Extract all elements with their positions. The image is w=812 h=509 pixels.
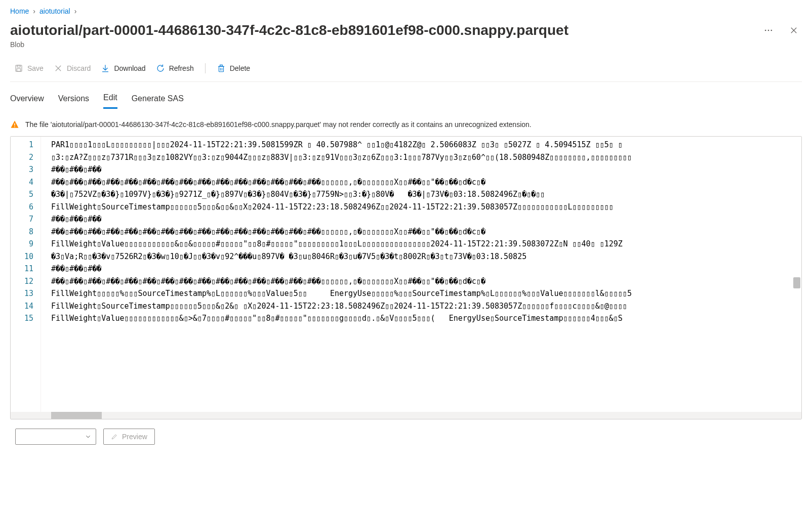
breadcrumb: Home › aiotutorial › bbox=[10, 0, 802, 18]
line-number: 15 bbox=[11, 312, 33, 325]
download-icon bbox=[101, 64, 110, 73]
code-line[interactable]: �3�|▯752VZ▯�3�}▯1097V}▯�3�}▯9271Z_▯�}▯89… bbox=[51, 188, 801, 201]
save-icon bbox=[14, 64, 23, 73]
discard-button: Discard bbox=[50, 62, 95, 75]
code-line[interactable]: #��▯#��▯#��▯#��▯#��▯#��▯#��▯#��▯#��▯#��▯… bbox=[51, 275, 801, 288]
tab-generate-sas[interactable]: Generate SAS bbox=[132, 92, 184, 108]
line-number: 3 bbox=[11, 163, 33, 176]
code-line[interactable]: #��▯#��▯#�� bbox=[51, 163, 801, 176]
code-line[interactable]: PAR1▯▯▯▯1▯▯▯L▯▯▯▯▯▯▯▯▯|▯▯▯2024-11-15T22:… bbox=[51, 139, 801, 151]
line-number: 11 bbox=[11, 263, 33, 275]
code-line[interactable]: FillWeight▯Value▯▯▯▯▯▯▯▯▯▯▯&▯▯&▯▯▯▯▯#▯▯▯… bbox=[51, 238, 801, 250]
code-line[interactable]: FillWeight▯SourceTimestamp▯▯▯▯▯▯5▯▯▯&▯▯&… bbox=[51, 201, 801, 214]
delete-label: Delete bbox=[230, 64, 250, 72]
language-select[interactable] bbox=[15, 429, 96, 445]
code-line[interactable]: #��▯#��▯#��▯#��▯#��▯#��▯#��▯#��▯#��▯#��▯… bbox=[51, 176, 801, 189]
tab-strip: Overview Versions Edit Generate SAS bbox=[10, 91, 802, 109]
warning-text: The file 'aiotutorial/part-00001-4468613… bbox=[25, 120, 532, 129]
svg-point-1 bbox=[768, 30, 769, 31]
save-button: Save bbox=[10, 62, 48, 75]
chevron-right-icon: › bbox=[74, 7, 77, 15]
minimap-thumb[interactable] bbox=[793, 277, 800, 288]
svg-rect-6 bbox=[17, 65, 20, 67]
warning-icon bbox=[10, 120, 19, 129]
svg-rect-16 bbox=[220, 65, 222, 66]
close-icon bbox=[54, 64, 63, 73]
code-line[interactable]: FillWeight▯Value▯▯▯▯▯▯▯▯▯▯▯▯&▯>&▯7▯▯▯▯#▯… bbox=[51, 312, 801, 325]
code-line[interactable]: FillWeight▯SourceTimestamp▯▯▯▯▯▯5▯▯▯&▯2&… bbox=[51, 300, 801, 313]
svg-rect-12 bbox=[219, 66, 223, 72]
line-number: 9 bbox=[11, 238, 33, 250]
line-number: 13 bbox=[11, 287, 33, 300]
download-button[interactable]: Download bbox=[97, 62, 149, 75]
resource-type-label: Blob bbox=[10, 40, 802, 49]
chevron-down-icon bbox=[85, 433, 92, 440]
code-editor[interactable]: 123456789101112131415 PAR1▯▯▯▯1▯▯▯L▯▯▯▯▯… bbox=[10, 136, 802, 419]
code-line[interactable]: ▯3:▯zA?Z▯▯▯z▯7371R▯▯▯3▯z▯1082VY▯▯3:▯z▯90… bbox=[51, 151, 801, 164]
line-number-gutter: 123456789101112131415 bbox=[11, 137, 41, 412]
breadcrumb-container[interactable]: aiotutorial bbox=[39, 7, 70, 15]
save-label: Save bbox=[27, 64, 44, 72]
line-number: 1 bbox=[11, 139, 33, 151]
tab-overview[interactable]: Overview bbox=[10, 92, 44, 108]
code-line[interactable]: FillWeight▯▯▯▯▯%▯▯▯SourceTimestamp%▯L▯▯▯… bbox=[51, 287, 801, 300]
pencil-icon bbox=[111, 433, 118, 440]
code-line[interactable]: #��▯#��▯#�� bbox=[51, 213, 801, 226]
svg-rect-7 bbox=[17, 68, 21, 71]
svg-point-0 bbox=[765, 30, 766, 31]
chevron-right-icon: › bbox=[33, 7, 35, 15]
delete-button[interactable]: Delete bbox=[213, 62, 254, 75]
preview-label: Preview bbox=[122, 433, 147, 441]
line-number: 8 bbox=[11, 226, 33, 238]
line-number: 7 bbox=[11, 213, 33, 226]
footer-bar: Preview bbox=[10, 419, 802, 445]
refresh-label: Refresh bbox=[169, 64, 194, 72]
more-actions-button[interactable] bbox=[760, 22, 777, 38]
line-number: 2 bbox=[11, 151, 33, 164]
line-number: 4 bbox=[11, 176, 33, 189]
code-line[interactable]: #��▯#��▯#��▯#��▯#��▯#��▯#��▯#��▯#��▯#��▯… bbox=[51, 226, 801, 238]
line-number: 5 bbox=[11, 188, 33, 201]
line-number: 6 bbox=[11, 201, 33, 214]
svg-point-2 bbox=[771, 30, 773, 31]
refresh-button[interactable]: Refresh bbox=[152, 62, 198, 75]
download-label: Download bbox=[114, 64, 145, 72]
code-line[interactable]: �3▯Va;R▯▯�3�v▯7526R2▯�3�w▯10▯�J▯▯�3�v▯92… bbox=[51, 250, 801, 263]
svg-rect-17 bbox=[14, 123, 15, 126]
warning-banner: The file 'aiotutorial/part-00001-4468613… bbox=[10, 120, 802, 129]
toolbar: Save Discard Download Refresh Delete bbox=[10, 60, 802, 82]
code-content[interactable]: PAR1▯▯▯▯1▯▯▯L▯▯▯▯▯▯▯▯▯|▯▯▯2024-11-15T22:… bbox=[41, 137, 801, 412]
breadcrumb-home[interactable]: Home bbox=[10, 7, 29, 15]
line-number: 14 bbox=[11, 300, 33, 313]
toolbar-separator bbox=[205, 63, 206, 73]
page-title: aiotutorial/part-00001-44686130-347f-4c2… bbox=[10, 21, 569, 39]
line-number: 10 bbox=[11, 250, 33, 263]
discard-label: Discard bbox=[67, 64, 91, 72]
preview-button: Preview bbox=[103, 429, 155, 445]
close-icon[interactable] bbox=[786, 22, 802, 38]
refresh-icon bbox=[156, 64, 165, 73]
tab-edit[interactable]: Edit bbox=[103, 91, 117, 109]
tab-versions[interactable]: Versions bbox=[58, 92, 89, 108]
svg-rect-18 bbox=[14, 126, 15, 128]
horizontal-scrollbar[interactable] bbox=[11, 412, 801, 419]
line-number: 12 bbox=[11, 275, 33, 288]
scrollbar-thumb[interactable] bbox=[51, 412, 102, 419]
code-line[interactable]: #��▯#��▯#�� bbox=[51, 263, 801, 275]
trash-icon bbox=[217, 64, 226, 73]
